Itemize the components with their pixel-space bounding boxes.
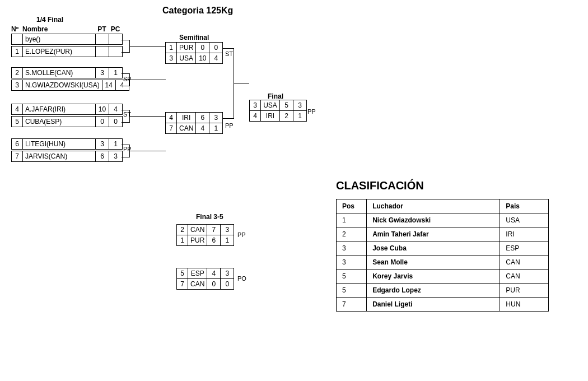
conn-h-4 bbox=[122, 110, 130, 110]
conn-h-bye bbox=[122, 40, 130, 40]
qf-header-pc: PC bbox=[109, 25, 122, 33]
final-title: Final bbox=[268, 92, 283, 100]
conn-h-6-7-to-sf bbox=[129, 151, 166, 151]
final35-match1: 2 CAN 7 3 1 PUR 6 1 bbox=[176, 224, 234, 246]
qf-row-6: 6 LITEGI(HUN) 3 1 bbox=[11, 138, 123, 150]
qf-row-3: 3 N.GWIAZDOWSKI(USA) 14 4 bbox=[11, 80, 129, 91]
qf-row-1: 1 E.LOPEZ(PUR) bbox=[11, 46, 123, 57]
sf-v-conn bbox=[234, 48, 234, 119]
final-match: 3 USA 5 3 4 IRI 2 1 bbox=[249, 100, 307, 122]
qf-header-num: Nº bbox=[11, 25, 22, 33]
sf-title: Semifinal bbox=[179, 34, 209, 41]
page-title: Categoria 125Kg bbox=[162, 6, 233, 16]
final35-po-label: PO bbox=[237, 275, 246, 282]
qf-title: 1/4 Final bbox=[36, 16, 63, 24]
class-row-6: 7 Daniel Ligeti HUN bbox=[337, 298, 549, 312]
qf-header-nombre: Nombre bbox=[22, 25, 95, 33]
qf-header-pt: PT bbox=[95, 25, 109, 33]
qf-row-4: 4 A.JAFAR(IRI) 10 4 bbox=[11, 104, 123, 115]
final35-match2: 5 ESP 4 3 7 CAN 0 0 bbox=[176, 268, 234, 290]
class-row-4: 5 Korey Jarvis CAN bbox=[337, 270, 549, 284]
class-header-luchador: Luchador bbox=[367, 199, 500, 213]
conn-h-6 bbox=[122, 145, 130, 145]
class-header-pais: Pais bbox=[500, 199, 549, 213]
final-pp-label: PP bbox=[307, 108, 316, 115]
classification-table: Pos Luchador Pais 1 Nick Gwiazdowski USA… bbox=[336, 199, 549, 312]
qf-row-5: 5 CUBA(ESP) 0 0 bbox=[11, 116, 123, 127]
final35-title: Final 3-5 bbox=[196, 213, 223, 221]
conn-h-2-3-to-sf bbox=[129, 80, 166, 80]
sf1-conn-h bbox=[223, 48, 234, 49]
pp1-label: PP bbox=[123, 146, 132, 152]
qf-row-2: 2 S.MOLLE(CAN) 3 1 bbox=[11, 67, 123, 78]
conn-h-2 bbox=[122, 73, 130, 74]
conn-h-7 bbox=[122, 157, 130, 157]
classification-title: CLASIFICACIÓN bbox=[336, 179, 566, 192]
sf-match1: 1 PUR 0 0 3 USA 10 4 bbox=[165, 42, 223, 64]
class-row-2: 3 Jose Cuba ESP bbox=[337, 241, 549, 255]
conn-h-1 bbox=[122, 52, 130, 53]
sf-h-to-final bbox=[234, 83, 249, 83]
class-header-pos: Pos bbox=[337, 199, 367, 213]
class-row-5: 5 Edgardo Lopez PUR bbox=[337, 284, 549, 298]
sf2-conn-h bbox=[223, 118, 234, 119]
class-row-1: 2 Amin Taheri Jafar IRI bbox=[337, 227, 549, 241]
sf-pp-label: PP bbox=[225, 122, 234, 129]
conn-h-5 bbox=[122, 122, 130, 123]
class-row-3: 3 Sean Molle CAN bbox=[337, 255, 549, 270]
conn-h-top1-to-sf bbox=[129, 46, 166, 47]
sf-match2: 4 IRI 6 3 7 CAN 4 1 bbox=[165, 112, 223, 134]
qf-header: Nº Nombre PT PC bbox=[11, 25, 122, 33]
class-row-0: 1 Nick Gwiazdowski USA bbox=[337, 213, 549, 227]
qf-row-bye: bye() bbox=[11, 34, 123, 45]
sp-label: SP bbox=[123, 76, 132, 82]
final35-pp-label: PP bbox=[237, 231, 246, 238]
sf-st-label: ST bbox=[225, 50, 233, 57]
conn-h-4-5-to-sf bbox=[129, 116, 166, 117]
conn-h-3 bbox=[122, 86, 130, 86]
qf-row-7: 7 JARVIS(CAN) 6 3 bbox=[11, 151, 123, 162]
